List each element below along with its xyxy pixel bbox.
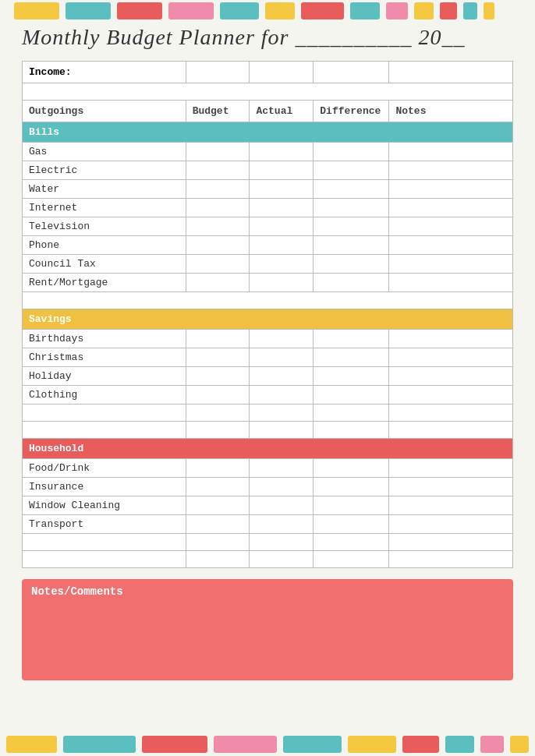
item-window-cleaning: Window Cleaning [23,496,186,515]
bar-seg [484,2,494,19]
table-row: Window Cleaning [23,496,513,515]
bar-seg [414,2,434,19]
item-gas: Gas [23,143,186,161]
section-bills-header: Bills [23,122,513,143]
bar-seg [142,736,207,753]
bar-seg [111,0,117,17]
item-rent-mortgage: Rent/Mortgage [23,274,186,292]
table-row: Food/Drink [23,459,513,478]
table-row: Television [23,217,513,236]
bar-seg [445,736,473,753]
income-label: Income: [23,62,186,83]
table-row: Rent/Mortgage [23,274,513,292]
bar-seg [434,0,440,17]
header-budget: Budget [186,101,250,122]
bar-seg [59,0,66,17]
bar-seg [350,2,380,19]
bar-seg [348,736,396,753]
item-insurance: Insurance [23,478,186,496]
notes-section: Notes/Comments [22,579,513,680]
household-label: Household [23,439,513,459]
bar-seg [220,2,259,19]
bar-seg [477,0,484,17]
table-row: Birthdays [23,330,513,348]
item-electric: Electric [23,161,186,180]
bar-seg [408,0,414,17]
table-row: Christmas [23,348,513,367]
item-council-tax: Council Tax [23,255,186,274]
bar-seg [259,0,265,17]
section-savings-header: Savings [23,309,513,330]
table-row: Internet [23,199,513,217]
bar-seg [402,736,440,753]
header-difference: Difference [314,101,389,122]
bar-seg [380,0,386,17]
bar-seg [480,736,505,753]
page-title: Monthly Budget Planner for __________ 20… [22,25,513,50]
table-row: Council Tax [23,255,513,274]
table-row: Phone [23,236,513,255]
bar-seg [295,0,301,17]
bar-seg [386,2,408,19]
bar-seg [14,2,59,19]
header-actual: Actual [250,101,314,122]
bar-seg [265,2,295,19]
table-row: Transport [23,515,513,534]
top-color-bar [0,0,535,17]
budget-table: Income: Outgoings Budget Actual Differen… [22,61,513,568]
item-television: Television [23,217,186,236]
bar-seg [6,736,57,753]
table-row: Water [23,180,513,199]
income-notes [389,62,513,83]
bar-seg [214,0,220,17]
savings-label: Savings [23,309,513,330]
table-row [23,404,513,422]
bar-seg [463,2,477,19]
income-actual [250,62,314,83]
item-water: Water [23,180,186,199]
bar-seg [440,2,457,19]
bar-seg [63,736,136,753]
item-holiday: Holiday [23,367,186,386]
notes-section-title: Notes/Comments [31,585,504,598]
header-outgoings: Outgoings [23,101,186,122]
table-row [23,551,513,568]
page-content: Monthly Budget Planner for __________ 20… [0,17,535,688]
item-phone: Phone [23,236,186,255]
header-notes: Notes [389,101,513,122]
item-internet: Internet [23,199,186,217]
item-clothing: Clothing [23,386,186,404]
table-row: Clothing [23,386,513,404]
table-row: Electric [23,161,513,180]
bills-label: Bills [23,122,513,143]
item-transport: Transport [23,515,186,534]
item-christmas: Christmas [23,348,186,367]
bar-seg [162,0,168,17]
income-row: Income: [23,62,513,83]
income-diff [314,62,389,83]
bar-seg [494,0,535,17]
bar-seg [66,2,111,19]
bar-seg [214,736,277,753]
bar-seg [168,2,214,19]
table-row: Insurance [23,478,513,496]
table-row: Holiday [23,367,513,386]
bar-seg [510,736,529,753]
bar-seg [301,2,344,19]
bar-seg [457,0,463,17]
bar-seg [344,0,350,17]
table-row [23,422,513,439]
table-row: Gas [23,143,513,161]
table-row [23,534,513,551]
section-household-header: Household [23,439,513,459]
spacer-row [23,83,513,101]
item-birthdays: Birthdays [23,330,186,348]
bottom-color-bar [0,733,535,756]
bar-seg [0,0,14,17]
bar-seg [283,736,341,753]
spacer-row [23,292,513,309]
bar-seg [117,2,162,19]
item-food-drink: Food/Drink [23,459,186,478]
income-budget [186,62,250,83]
table-header-row: Outgoings Budget Actual Difference Notes [23,101,513,122]
